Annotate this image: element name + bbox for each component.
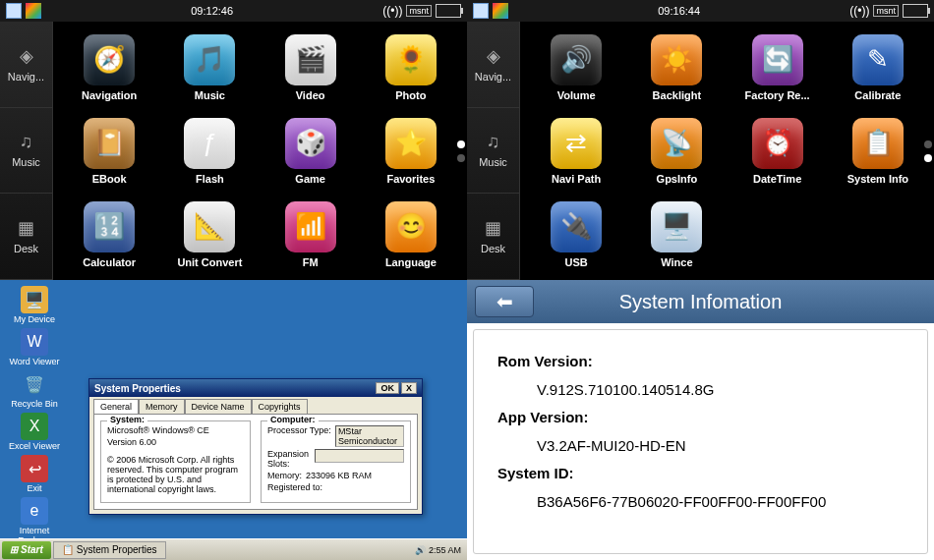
app-navi-path[interactable]: ⇄Navi Path	[528, 111, 624, 191]
calendar-icon[interactable]	[6, 3, 22, 19]
tab-copyrights[interactable]: Copyrights	[252, 399, 308, 414]
taskbar-item-system-properties[interactable]: 📋 System Properties	[53, 541, 166, 559]
app-flash[interactable]: ƒFlash	[161, 111, 258, 191]
app-game[interactable]: 🎲Game	[263, 111, 359, 191]
sidebar-item-music[interactable]: ♫Music	[467, 108, 519, 195]
sidebar-item-music[interactable]: ♫Music	[0, 108, 52, 195]
battery-icon	[436, 4, 461, 18]
sidebar-item-desk[interactable]: ▦Desk	[467, 194, 519, 280]
app-volume[interactable]: 🔊Volume	[528, 28, 624, 107]
app-icon: ƒ	[184, 118, 235, 169]
msnt-badge: msnt	[873, 5, 899, 17]
app-calibrate[interactable]: ✎Calibrate	[830, 28, 926, 107]
sidebar-icon: ♫	[487, 132, 500, 152]
app-label: Calibrate	[854, 89, 901, 101]
app-label: USB	[565, 256, 588, 268]
desktop-icon-glyph: X	[21, 413, 48, 440]
clock: 09:12:46	[191, 5, 233, 17]
expansion-select[interactable]	[315, 449, 404, 463]
tab-device-name[interactable]: Device Name	[185, 399, 252, 414]
app-system-info[interactable]: 📋System Info	[830, 111, 926, 191]
app-icon: 📔	[84, 118, 135, 169]
header: ⬅ System Infomation	[467, 280, 934, 323]
app-photo[interactable]: 🌻Photo	[363, 28, 459, 107]
back-button[interactable]: ⬅	[475, 286, 534, 317]
wince-desktop[interactable]: 🖥️My DeviceWWord Viewer🗑️Recycle BinXExc…	[0, 280, 467, 560]
sidebar-icon: ▦	[18, 217, 34, 239]
rainbow-icon[interactable]	[26, 3, 41, 19]
app-wince[interactable]: 🖥️Wince	[628, 195, 725, 274]
app-calculator[interactable]: 🔢Calculator	[61, 195, 157, 274]
app-label: DateTime	[753, 173, 801, 185]
title-bar[interactable]: System Properties OK X	[89, 379, 422, 397]
app-grid: 🧭Navigation🎵Music🎬Video🌻Photo📔EBookƒFlas…	[53, 22, 467, 280]
copyright: © 2006 Microsoft Corp. All rights reserv…	[107, 455, 244, 494]
sidebar: ◈Navig...♫Music▦Desk	[467, 22, 520, 280]
system-properties-window: System Properties OK X GeneralMemoryDevi…	[88, 378, 423, 515]
app-label: Game	[295, 173, 325, 185]
app-icon: 🎵	[184, 34, 235, 85]
desktop-icon-word-viewer[interactable]: WWord Viewer	[6, 328, 63, 366]
page-dot-1[interactable]	[924, 140, 932, 148]
app-icon: ✎	[852, 34, 904, 85]
app-label: Photo	[395, 89, 426, 101]
app-ebook[interactable]: 📔EBook	[61, 111, 157, 191]
app-fm[interactable]: 📶FM	[263, 195, 359, 274]
app-gpsinfo[interactable]: 📡GpsInfo	[628, 111, 725, 191]
sidebar-label: Music	[12, 156, 40, 168]
page-dot-2[interactable]	[457, 154, 465, 162]
ok-button[interactable]: OK	[376, 382, 399, 394]
processor-value: MStar Semiconductor	[335, 425, 404, 447]
battery-icon	[903, 4, 928, 18]
app-icon: ⇄	[551, 118, 602, 169]
app-video[interactable]: 🎬Video	[263, 28, 359, 107]
app-backlight[interactable]: ☀️Backlight	[628, 28, 725, 107]
app-icon: 📶	[285, 201, 336, 252]
app-icon: 🎬	[285, 34, 336, 85]
app-version-label: App Version:	[497, 404, 904, 432]
registered-label: Registered to:	[267, 482, 404, 492]
app-music[interactable]: 🎵Music	[161, 28, 258, 107]
app-icon: ☀️	[651, 34, 702, 85]
sidebar-item-desk[interactable]: ▦Desk	[0, 194, 52, 280]
app-icon: 🔢	[84, 201, 135, 252]
app-icon: 😊	[385, 201, 437, 252]
desktop-icon-recycle-bin[interactable]: 🗑️Recycle Bin	[6, 370, 63, 409]
page-dots	[924, 140, 934, 162]
tab-general[interactable]: General	[93, 399, 139, 414]
app-icon: 📐	[184, 201, 235, 252]
app-datetime[interactable]: ⏰DateTime	[730, 111, 826, 191]
app-favorites[interactable]: ⭐Favorites	[363, 111, 459, 191]
app-label: Factory Re...	[745, 89, 810, 101]
sidebar-item-navig[interactable]: ◈Navig...	[467, 22, 519, 108]
tab-memory[interactable]: Memory	[139, 399, 185, 414]
desktop-icon-excel-viewer[interactable]: XExcel Viewer	[6, 413, 63, 451]
calendar-icon[interactable]	[473, 3, 489, 19]
app-unit-convert[interactable]: 📐Unit Convert	[161, 195, 258, 274]
desktop-icon-glyph: 🖥️	[21, 286, 48, 313]
page-dots	[457, 140, 467, 162]
app-icon: 📋	[852, 118, 904, 169]
page-title: System Infomation	[619, 291, 783, 313]
app-language[interactable]: 😊Language	[363, 195, 459, 274]
app-label: EBook	[92, 173, 127, 185]
app-label: Backlight	[653, 89, 702, 101]
app-usb[interactable]: 🔌USB	[528, 195, 624, 274]
sidebar-item-navig[interactable]: ◈Navig...	[0, 22, 52, 108]
processor-label: Processor Type:	[267, 425, 331, 447]
app-version-value: V3.2AF-MUI20-HD-EN	[497, 432, 904, 461]
rainbow-icon[interactable]	[493, 3, 508, 19]
desktop-icon-label: Recycle Bin	[11, 399, 58, 409]
close-button[interactable]: X	[401, 382, 417, 394]
system-id-label: System ID:	[497, 460, 904, 488]
desktop-icon-exit[interactable]: ↩Exit	[6, 455, 63, 493]
app-icon: 🌻	[385, 34, 437, 85]
desktop-icon-label: My Device	[14, 314, 55, 324]
page-dot-2[interactable]	[924, 154, 932, 162]
page-dot-1[interactable]	[457, 140, 465, 148]
desktop-icon-my-device[interactable]: 🖥️My Device	[6, 286, 63, 324]
app-factory-re-[interactable]: 🔄Factory Re...	[730, 28, 826, 107]
app-navigation[interactable]: 🧭Navigation	[61, 28, 157, 107]
computer-fieldset: Computer: Processor Type:MStar Semicondu…	[261, 420, 411, 503]
start-button[interactable]: ⊞Start	[2, 541, 51, 559]
